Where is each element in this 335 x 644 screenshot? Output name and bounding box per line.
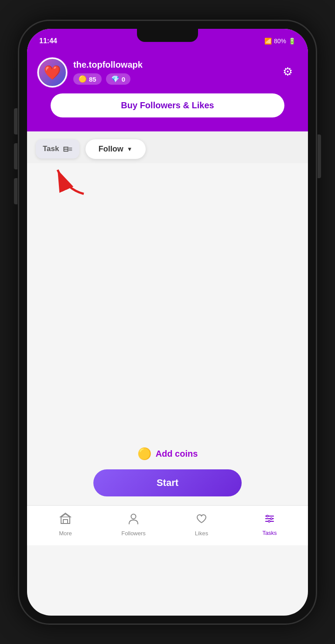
gold-badge: 🟡 85 bbox=[73, 73, 102, 85]
follow-dropdown-icon: ▼ bbox=[127, 146, 133, 152]
tasks-icon bbox=[263, 513, 276, 527]
username: the.topfollowapk bbox=[73, 60, 143, 70]
likes-icon bbox=[195, 513, 208, 528]
red-arrow-icon bbox=[53, 163, 92, 198]
svg-point-8 bbox=[268, 520, 270, 522]
nav-item-tasks[interactable]: Tasks bbox=[236, 513, 304, 536]
avatar: ❤️ bbox=[38, 58, 67, 87]
arrow-annotation bbox=[27, 163, 308, 198]
start-button-wrapper: Start bbox=[27, 469, 308, 496]
add-coins-row: 🟡 Add coins bbox=[27, 443, 308, 461]
buy-button-wrapper: Buy Followers & Likes bbox=[38, 93, 297, 117]
add-coins-coin-icon: 🟡 bbox=[137, 447, 151, 461]
gold-coin-count: 85 bbox=[89, 76, 96, 83]
add-coins-label[interactable]: Add coins bbox=[156, 449, 198, 459]
more-icon bbox=[59, 513, 72, 528]
signal-icon: 📶 bbox=[264, 38, 272, 45]
phone-frame: 11:44 📶 80% 🔋 ❤️ the.topfollowapk bbox=[19, 21, 316, 623]
diamond-icon: 💎 bbox=[111, 75, 120, 83]
filter-icon: ⊟≡ bbox=[63, 145, 72, 153]
status-icons: 📶 80% 🔋 bbox=[264, 38, 296, 45]
buy-followers-button[interactable]: Buy Followers & Likes bbox=[51, 93, 284, 117]
content-body bbox=[27, 198, 308, 443]
task-button[interactable]: Task ⊟≡ bbox=[36, 139, 79, 158]
likes-label: Likes bbox=[195, 530, 208, 537]
diamond-badge: 💎 0 bbox=[106, 73, 130, 85]
status-time: 11:44 bbox=[39, 37, 57, 45]
follow-label: Follow bbox=[99, 145, 123, 154]
tasks-label: Tasks bbox=[262, 530, 277, 536]
header: ❤️ the.topfollowapk 🟡 85 💎 bbox=[27, 51, 308, 131]
user-details: the.topfollowapk 🟡 85 💎 0 bbox=[73, 60, 143, 85]
bottom-nav: More Followers bbox=[27, 505, 308, 545]
diamond-count: 0 bbox=[122, 76, 125, 83]
coins-row: 🟡 85 💎 0 bbox=[73, 73, 143, 85]
followers-label: Followers bbox=[121, 530, 146, 537]
followers-icon bbox=[127, 513, 140, 528]
filter-tab-bar: Task ⊟≡ Follow ▼ bbox=[27, 131, 308, 163]
task-label: Task bbox=[43, 145, 59, 153]
header-top: ❤️ the.topfollowapk 🟡 85 💎 bbox=[38, 58, 297, 87]
user-info: ❤️ the.topfollowapk 🟡 85 💎 bbox=[38, 58, 143, 87]
gold-coin-icon: 🟡 bbox=[79, 75, 87, 83]
phone-screen: 11:44 📶 80% 🔋 ❤️ the.topfollowapk bbox=[27, 29, 308, 616]
battery-text: 80% bbox=[274, 38, 286, 45]
svg-point-7 bbox=[270, 518, 272, 520]
nav-item-likes[interactable]: Likes bbox=[168, 513, 236, 537]
notch bbox=[137, 29, 198, 42]
svg-point-6 bbox=[267, 515, 268, 517]
more-label: More bbox=[59, 530, 72, 537]
start-button[interactable]: Start bbox=[93, 469, 242, 496]
phone-wrapper: 11:44 📶 80% 🔋 ❤️ the.topfollowapk bbox=[0, 0, 335, 644]
svg-point-2 bbox=[131, 514, 136, 519]
nav-item-followers[interactable]: Followers bbox=[99, 513, 168, 537]
settings-icon[interactable]: ⚙ bbox=[283, 65, 297, 80]
battery-icon: 🔋 bbox=[288, 38, 296, 45]
follow-button[interactable]: Follow ▼ bbox=[85, 139, 146, 159]
nav-item-more[interactable]: More bbox=[31, 513, 99, 537]
